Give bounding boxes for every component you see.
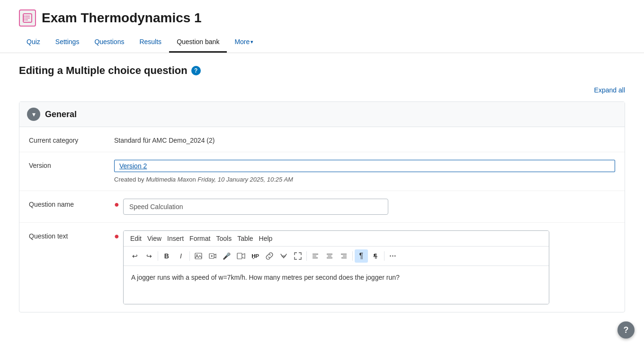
tab-questions[interactable]: Questions bbox=[87, 34, 132, 53]
svg-rect-5 bbox=[24, 18, 25, 18]
question-text-label: Question text bbox=[29, 230, 105, 240]
tab-more[interactable]: More ▾ bbox=[227, 34, 261, 53]
special-chars-button[interactable] bbox=[277, 249, 290, 263]
editor-toolbar: ↩ ↪ B I bbox=[124, 247, 549, 266]
menu-view[interactable]: View bbox=[145, 234, 163, 243]
image-button[interactable] bbox=[192, 249, 205, 263]
menu-insert[interactable]: Insert bbox=[165, 234, 186, 243]
current-category-label: Current category bbox=[29, 135, 105, 144]
more-button[interactable]: ··· bbox=[386, 249, 400, 263]
general-section-header: ▾ General bbox=[19, 102, 625, 127]
italic-button[interactable]: I bbox=[174, 249, 188, 263]
editing-title-row: Editing a Multiple choice question ? bbox=[19, 64, 625, 77]
paragraph-button[interactable]: ¶ bbox=[355, 249, 368, 263]
bold-button[interactable]: B bbox=[160, 249, 173, 263]
svg-rect-6 bbox=[24, 19, 25, 20]
version-row: Version Version 2 Created by Multimedia … bbox=[19, 152, 625, 191]
menu-table[interactable]: Table bbox=[235, 234, 255, 243]
version-author: Multimedia Max bbox=[146, 176, 189, 183]
created-by-prefix: Created by bbox=[114, 176, 146, 183]
question-name-required-icon: ● bbox=[114, 200, 119, 210]
fullscreen-button[interactable] bbox=[291, 249, 304, 263]
question-name-input[interactable] bbox=[123, 199, 388, 215]
general-section-title: General bbox=[45, 110, 77, 119]
editing-help-icon[interactable]: ? bbox=[191, 66, 201, 75]
menu-format[interactable]: Format bbox=[188, 234, 212, 243]
menu-edit[interactable]: Edit bbox=[128, 234, 143, 243]
question-text-content: ● Edit View Insert Format Tools Table bbox=[114, 230, 615, 304]
svg-marker-10 bbox=[211, 255, 213, 257]
rich-text-editor: Edit View Insert Format Tools Table Help… bbox=[123, 230, 549, 304]
general-section-toggle[interactable]: ▾ bbox=[27, 108, 40, 121]
main-content: Editing a Multiple choice question ? Exp… bbox=[0, 53, 644, 324]
question-name-field bbox=[123, 199, 615, 215]
editor-body[interactable]: A jogger runs with a speed of w=7km/h. H… bbox=[124, 266, 549, 304]
toolbar-sep-3 bbox=[306, 251, 307, 261]
tab-quiz[interactable]: Quiz bbox=[19, 34, 48, 53]
svg-rect-4 bbox=[24, 16, 25, 17]
tab-results[interactable]: Results bbox=[132, 34, 169, 53]
page-title-row: Exam Thermodynamics 1 bbox=[19, 9, 625, 27]
date-prefix: on bbox=[189, 176, 197, 183]
tab-question-bank[interactable]: Question bank bbox=[169, 34, 227, 53]
menu-tools[interactable]: Tools bbox=[214, 234, 233, 243]
pilcrow-button[interactable]: ¶̶ bbox=[369, 249, 382, 263]
question-text-required-icon: ● bbox=[114, 231, 119, 241]
nav-tabs: Quiz Settings Questions Results Question… bbox=[19, 34, 625, 53]
svg-rect-7 bbox=[195, 253, 202, 259]
question-text-row: Question text ● Edit View Insert Format … bbox=[19, 223, 625, 312]
question-name-row: Question name ● bbox=[19, 191, 625, 223]
expand-all-row: Expand all bbox=[19, 86, 625, 94]
audio-button[interactable]: 🎤 bbox=[220, 249, 233, 263]
expand-all-button[interactable]: Expand all bbox=[594, 86, 625, 94]
toolbar-sep-5 bbox=[384, 251, 385, 261]
current-category-row: Current category Standard für AMC Demo_2… bbox=[19, 127, 625, 152]
editor-menubar: Edit View Insert Format Tools Table Help bbox=[124, 231, 549, 247]
align-center-button[interactable] bbox=[323, 249, 336, 263]
align-right-button[interactable] bbox=[337, 249, 350, 263]
general-section: ▾ General Current category Standard für … bbox=[19, 101, 625, 312]
quiz-icon bbox=[19, 9, 36, 27]
chevron-down-icon: ▾ bbox=[32, 110, 36, 118]
svg-point-8 bbox=[196, 255, 197, 256]
toolbar-sep-4 bbox=[352, 251, 353, 261]
page-title: Exam Thermodynamics 1 bbox=[42, 10, 202, 26]
media-button[interactable] bbox=[234, 249, 248, 263]
version-field: Version 2 Created by Multimedia Maxon Fr… bbox=[114, 160, 615, 183]
undo-button[interactable]: ↩ bbox=[128, 249, 142, 263]
svg-rect-11 bbox=[237, 253, 242, 259]
toolbar-sep-1 bbox=[158, 251, 158, 261]
tab-settings[interactable]: Settings bbox=[48, 34, 87, 53]
version-date: Friday, 10 January 2025, 10:25 AM bbox=[197, 176, 293, 183]
general-section-body: Current category Standard für AMC Demo_2… bbox=[19, 127, 625, 312]
version-link[interactable]: Version 2 bbox=[114, 160, 615, 172]
video-button[interactable] bbox=[206, 249, 219, 263]
editing-title-text: Editing a Multiple choice question bbox=[19, 64, 188, 77]
question-name-content: ● bbox=[114, 199, 615, 215]
h-p-button[interactable]: H̱P bbox=[249, 249, 262, 263]
question-name-label: Question name bbox=[29, 199, 105, 208]
version-created-text: Created by Multimedia Maxon Friday, 10 J… bbox=[114, 176, 615, 183]
current-category-value: Standard für AMC Demo_2024 (2) bbox=[114, 135, 615, 144]
question-text-field: Edit View Insert Format Tools Table Help… bbox=[123, 230, 615, 304]
align-left-button[interactable] bbox=[309, 249, 322, 263]
editor-content: A jogger runs with a speed of w=7km/h. H… bbox=[131, 274, 541, 281]
page-header: Exam Thermodynamics 1 Quiz Settings Ques… bbox=[0, 0, 644, 53]
menu-help[interactable]: Help bbox=[257, 234, 275, 243]
version-label: Version bbox=[29, 160, 105, 169]
redo-button[interactable]: ↪ bbox=[143, 249, 156, 263]
link-button[interactable] bbox=[263, 249, 276, 263]
current-category-field: Standard für AMC Demo_2024 (2) bbox=[114, 135, 615, 144]
chevron-down-icon: ▾ bbox=[250, 39, 253, 45]
toolbar-sep-2 bbox=[189, 251, 190, 261]
